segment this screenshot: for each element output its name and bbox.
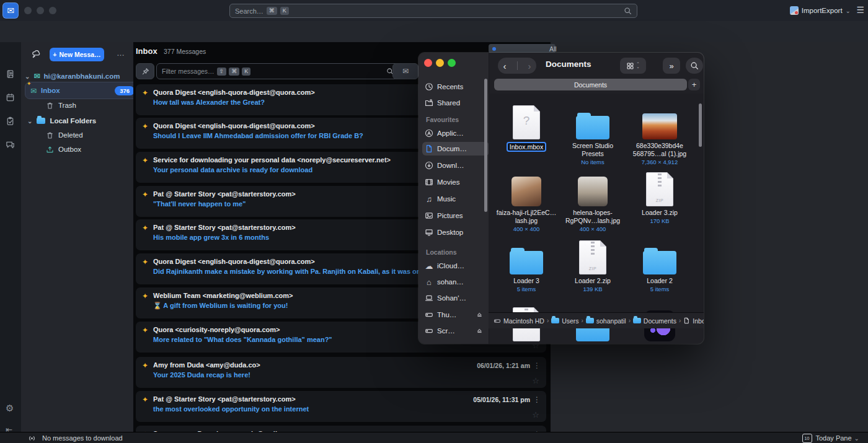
file-loader2-zip[interactable]: ZIP Loader 2.zip 139 KB: [562, 237, 624, 292]
message-view-button[interactable]: ✉: [392, 63, 418, 79]
path-item[interactable]: Documents: [644, 317, 676, 325]
file-city-jpg[interactable]: 68e330e39bd4e 568795…al (1).jpg 7,360 × …: [629, 102, 691, 165]
chevron-down-icon[interactable]: ⌄: [27, 118, 32, 125]
assistant-cloud-icon[interactable]: [32, 49, 41, 58]
sidebar-item-applications[interactable]: Applic…: [425, 126, 483, 140]
calendar-icon[interactable]: [6, 93, 15, 102]
star-toggle-icon[interactable]: ☆: [532, 376, 539, 385]
document-icon: [683, 317, 690, 324]
path-item[interactable]: sohanpatil: [596, 317, 626, 325]
folder-loader2[interactable]: Loader 2 5 items: [629, 237, 691, 292]
message-row[interactable]: ✦ Squarespace Domains <noreply@mail.squa…: [136, 426, 546, 432]
sidebar-scrollbar[interactable]: [484, 79, 487, 212]
thunderbird-app-icon[interactable]: ✉: [2, 2, 19, 19]
app-menu-button[interactable]: ☰: [856, 5, 864, 15]
star-toggle-icon[interactable]: ☆: [532, 410, 539, 419]
unread-sparkle-icon: ✦: [27, 81, 32, 87]
finder-tab-documents[interactable]: Documents: [494, 79, 687, 90]
eject-icon[interactable]: [476, 312, 483, 318]
message-subject[interactable]: How tall was Alexander the Great?: [153, 99, 265, 106]
new-message-button[interactable]: + New Messa…: [50, 48, 104, 61]
message-sender: Service for downloading your personal da…: [153, 156, 391, 164]
search-icon: [624, 7, 632, 15]
message-subject[interactable]: His mobile app grew 3x in 6 months: [153, 234, 269, 241]
finder-minimize-button[interactable]: [436, 59, 444, 67]
unread-star-icon: ✦: [142, 224, 148, 232]
chevron-down-icon: ⌄: [846, 7, 851, 14]
message-subject[interactable]: ⌛ A gift from Weblium is waiting for you…: [153, 302, 288, 310]
sidebar-item-downloads[interactable]: Downl…: [425, 159, 483, 172]
toolbar-overflow-button[interactable]: »: [663, 58, 680, 74]
file-inbox-mbox[interactable]: ? Inbox.mbox: [495, 102, 557, 152]
image-thumbnail: [642, 113, 677, 139]
window-zoom-button[interactable]: [49, 7, 56, 14]
sidebar-item-icloud[interactable]: ☁ iCloud…: [425, 259, 483, 273]
settings-gear-icon[interactable]: ⚙: [6, 403, 14, 414]
folder-loader3[interactable]: Loader 3 5 items: [495, 237, 557, 292]
sidebar-item-computer[interactable]: Sohan'…: [425, 291, 483, 305]
path-item[interactable]: Users: [562, 317, 578, 325]
sidebar-item-home[interactable]: ⌂ sohan…: [425, 275, 483, 289]
folder-outbox[interactable]: Outbox: [46, 143, 81, 156]
sidebar-item-movies[interactable]: Movies: [425, 175, 483, 189]
sidebar-item-shared[interactable]: Shared: [425, 96, 483, 110]
chevron-down-icon[interactable]: ⌄: [854, 435, 859, 442]
zip-file-icon: ZIP: [646, 172, 673, 206]
home-icon: ⌂: [425, 278, 433, 287]
message-subject[interactable]: the most overlooked opportunity on the i…: [153, 405, 309, 413]
message-subject[interactable]: Should I Leave IIM Ahmedabad admission o…: [153, 132, 363, 139]
message-row[interactable]: ✦ Amy from Duda <amy@duda.co> Your 2025 …: [136, 357, 546, 388]
message-subject[interactable]: Your personal data archive is ready for …: [153, 166, 312, 173]
finder-search-button[interactable]: [686, 58, 703, 74]
finder-zoom-button[interactable]: [448, 59, 456, 67]
sidebar-item-documents[interactable]: Docum…: [422, 142, 489, 156]
window-close-button[interactable]: [24, 7, 32, 14]
display-options-pill[interactable]: [489, 44, 556, 53]
eject-icon[interactable]: [476, 328, 483, 335]
quick-filter-pin-button[interactable]: [136, 63, 154, 79]
folder-deleted[interactable]: Deleted: [46, 129, 83, 141]
global-search-input[interactable]: Search… ⌘ K: [229, 4, 637, 18]
finder-window[interactable]: Recents Shared Favourites Applic… Docum……: [418, 53, 704, 344]
message-subject[interactable]: Did Rajinikanth make a mistake by workin…: [153, 268, 441, 275]
file-faiza-jpg[interactable]: faiza-haji-rLjl2EeC…lash.jpg 400 × 400: [495, 169, 557, 232]
sidebar-item-recents[interactable]: Recents: [425, 80, 483, 94]
back-icon[interactable]: ‹: [503, 61, 507, 71]
local-folders-row[interactable]: ⌄ Local Folders: [27, 115, 96, 127]
account-row[interactable]: ⌄ ✉ hi@karanbhakuni.com: [25, 70, 130, 82]
message-subject[interactable]: Your 2025 Duda recap is here!: [153, 371, 250, 379]
message-subject[interactable]: More related to "What does "Kannada goth…: [153, 336, 332, 343]
forward-icon[interactable]: ›: [528, 61, 531, 71]
file-loader3-zip[interactable]: ZIP Loader 3.zip 170 KB: [629, 169, 691, 224]
view-options-button[interactable]: ⌃⌄: [620, 58, 646, 74]
sidebar-item-drive-1[interactable]: Thu…: [425, 308, 483, 322]
finder-close-button[interactable]: [424, 59, 432, 67]
tasks-icon[interactable]: [6, 116, 15, 126]
content-scrollbar[interactable]: [699, 103, 702, 147]
new-tab-button[interactable]: +: [688, 79, 700, 90]
today-pane-label[interactable]: Today Pane: [816, 434, 852, 442]
folder-pane-options-button[interactable]: …: [117, 48, 125, 58]
file-helena-jpg[interactable]: helena-lopes-RgPQNv…lash.jpg 400 × 400: [562, 169, 624, 232]
row-menu-icon[interactable]: ⋮: [533, 361, 541, 370]
chevron-down-icon[interactable]: ⌄: [25, 73, 30, 80]
chat-icon[interactable]: [6, 140, 15, 149]
path-item[interactable]: Macintosh HD: [503, 317, 544, 325]
message-subject[interactable]: "That'll never happen to me": [153, 200, 246, 208]
filter-messages-input[interactable]: Filter messages… ⇧ ⌘ K: [156, 63, 399, 79]
folder-inbox[interactable]: ✉ ✦ Inbox 376: [25, 82, 140, 99]
sidebar-item-pictures[interactable]: Pictures: [425, 209, 483, 222]
sidebar-item-desktop[interactable]: Desktop: [425, 226, 483, 239]
sidebar-item-drive-2[interactable]: Scr…: [425, 324, 483, 338]
importexport-button[interactable]: ImportExport ⌄: [790, 0, 851, 21]
folder-trash[interactable]: Trash: [46, 99, 76, 112]
message-row[interactable]: ✦ Pat @ Starter Story <pat@starterstory.…: [136, 391, 546, 422]
window-minimize-button[interactable]: [37, 7, 44, 14]
path-item[interactable]: Inbox: [693, 317, 704, 325]
file-rename-input[interactable]: Inbox.mbox: [507, 142, 546, 152]
file-screen-studio-presets[interactable]: Screen Studio Presets No items: [562, 102, 624, 165]
sidebar-item-music[interactable]: ♫ Music: [425, 192, 483, 206]
image-thumbnail: [512, 177, 541, 206]
row-menu-icon[interactable]: ⋮: [533, 395, 541, 404]
address-book-icon[interactable]: [6, 69, 15, 79]
